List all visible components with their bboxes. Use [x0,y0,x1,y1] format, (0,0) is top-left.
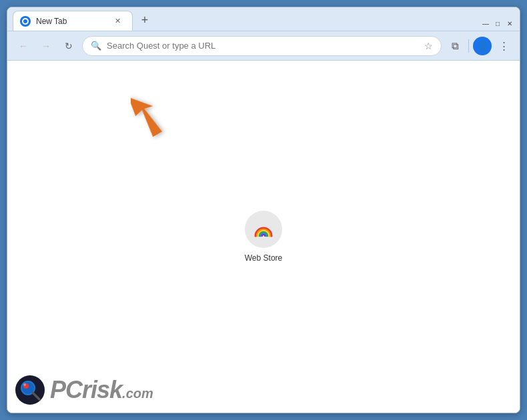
tab-area: New Tab ✕ + [13,11,481,31]
address-bar[interactable]: 🔍 ☆ [82,36,442,56]
address-input[interactable] [107,41,419,51]
webstore-label: Web Store [245,253,282,263]
pcrisk-pc-text: PC [50,376,82,403]
forward-button[interactable]: → [37,37,55,55]
search-icon: 🔍 [91,41,101,51]
window-controls: — □ ✕ [481,19,514,28]
active-tab[interactable]: New Tab ✕ [13,11,133,31]
browser-window: New Tab ✕ + — □ ✕ ← → ↻ 🔍 ☆ ⧉ 👤 ⋮ [7,7,520,413]
minimize-button[interactable]: — [481,19,490,28]
menu-button[interactable]: ⋮ [494,37,513,55]
tab-close-button[interactable]: ✕ [112,16,123,27]
pcrisk-risk-text: risk [82,376,122,403]
maximize-button[interactable]: □ [493,19,502,28]
toolbar-right: ⧉ 👤 ⋮ [446,37,513,55]
webstore-icon-svg [253,221,274,237]
extensions-button[interactable]: ⧉ [446,37,464,55]
pcrisk-magnifier-svg [17,377,43,403]
back-button[interactable]: ← [14,37,33,55]
pcrisk-brand-text: PCrisk.com [50,376,153,404]
tab-title: New Tab [36,17,107,26]
title-bar: New Tab ✕ + — □ ✕ [7,7,520,31]
pcrisk-logo-icon [15,375,45,405]
profile-button[interactable]: 👤 [473,37,492,55]
arrow-svg [131,81,184,141]
reload-button[interactable]: ↻ [59,37,78,55]
svg-marker-0 [131,89,166,139]
pcrisk-domain-text: .com [122,386,153,401]
svg-point-3 [23,383,26,386]
shortcuts-area: Web Store [245,211,282,263]
toolbar-divider [468,39,469,53]
tab-favicon [20,16,31,27]
close-window-button[interactable]: ✕ [505,19,514,28]
webstore-shortcut-icon[interactable] [245,211,282,248]
tab-favicon-inner [22,18,29,25]
bookmark-icon[interactable]: ☆ [424,41,433,51]
pcrisk-watermark: PCrisk.com [15,375,153,405]
svg-line-4 [33,393,39,399]
navigation-bar: ← → ↻ 🔍 ☆ ⧉ 👤 ⋮ [7,31,520,61]
new-tab-button[interactable]: + [135,11,154,29]
browser-content: Web Store PCrisk.com [7,61,520,413]
